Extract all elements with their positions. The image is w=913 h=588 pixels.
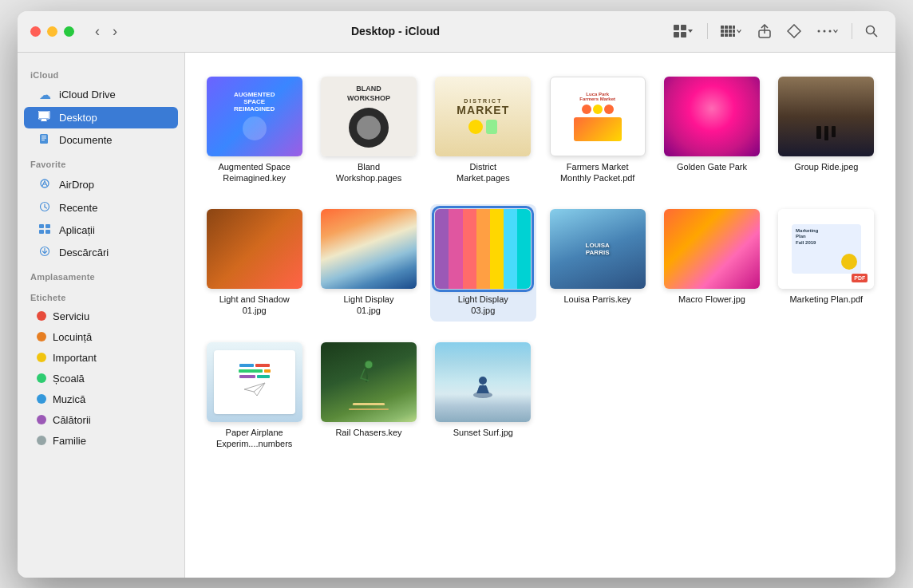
svg-point-19 bbox=[829, 30, 832, 33]
svg-rect-24 bbox=[42, 119, 46, 120]
sidebar-item-icloud-drive[interactable]: ☁ iCloud Drive bbox=[24, 84, 178, 106]
search-button[interactable] bbox=[860, 22, 883, 41]
sidebar-item-desktop[interactable]: Desktop bbox=[24, 107, 178, 128]
sidebar-item-scoala[interactable]: Școală bbox=[24, 369, 178, 389]
file-thumb-bland: BLANDWORKSHOP bbox=[321, 77, 417, 156]
file-item-groupride[interactable]: Group Ride.jpeg bbox=[773, 72, 879, 189]
sidebar-section-favorite: Favorite bbox=[18, 152, 184, 172]
file-item-paperairplane[interactable]: Paper AirplaneExperim....numbers bbox=[201, 337, 307, 455]
file-item-macroflower[interactable]: Macro Flower.jpg bbox=[658, 204, 765, 322]
file-thumb-goldengate bbox=[664, 77, 760, 156]
sidebar-item-locuinta[interactable]: Locuință bbox=[24, 327, 178, 347]
file-item-lightdisplay01[interactable]: Light Display01.jpg bbox=[315, 204, 421, 322]
svg-rect-7 bbox=[733, 26, 735, 29]
sidebar-item-label: Școală bbox=[53, 373, 85, 385]
svg-rect-1 bbox=[681, 25, 686, 30]
file-name: Light and Shadow01.jpg bbox=[219, 294, 290, 317]
file-name: Sunset Surf.jpg bbox=[453, 427, 513, 438]
separator2 bbox=[852, 23, 852, 39]
traffic-lights bbox=[30, 26, 74, 37]
aplicatii-icon bbox=[37, 223, 53, 237]
svg-rect-2 bbox=[674, 32, 679, 37]
svg-rect-13 bbox=[725, 34, 728, 37]
sidebar-item-important[interactable]: Important bbox=[24, 348, 178, 368]
file-item-district[interactable]: DISTRICT MARKET DistrictMarket.pages bbox=[430, 72, 536, 189]
sidebar-item-airdrop[interactable]: AirDrop bbox=[24, 173, 178, 196]
file-item-lightandshadow[interactable]: Light and Shadow01.jpg bbox=[201, 204, 307, 322]
svg-rect-28 bbox=[42, 137, 46, 138]
svg-rect-29 bbox=[42, 140, 45, 140]
sidebar: iCloud ☁ iCloud Drive Desktop bbox=[18, 53, 185, 578]
sidebar-item-label: Descărcări bbox=[59, 247, 109, 258]
recente-icon bbox=[37, 201, 53, 215]
sidebar-section-etichete: Etichete bbox=[18, 285, 184, 306]
file-name: Macro Flower.jpg bbox=[678, 294, 745, 305]
sidebar-item-serviciu[interactable]: Serviciu bbox=[24, 306, 178, 326]
svg-rect-38 bbox=[45, 230, 50, 234]
close-button[interactable] bbox=[30, 26, 41, 37]
sidebar-section-icloud: iCloud bbox=[18, 62, 184, 83]
toolbar-right bbox=[669, 21, 883, 41]
grid-view-button[interactable] bbox=[716, 22, 747, 40]
svg-line-34 bbox=[45, 207, 47, 208]
sidebar-item-label: Aplicații bbox=[59, 224, 95, 236]
sidebar-item-documente[interactable]: Documente bbox=[24, 129, 178, 151]
more-button[interactable] bbox=[812, 25, 844, 37]
important-dot bbox=[37, 353, 46, 362]
file-item-augmented[interactable]: AUGMENTEDSPACEREIMAGINED Augmented Space… bbox=[201, 72, 307, 189]
file-item-farmers[interactable]: Luca ParkFarmers Market Farmers MarketMo… bbox=[544, 72, 650, 189]
svg-rect-10 bbox=[729, 30, 732, 33]
sidebar-item-label: Serviciu bbox=[53, 310, 89, 322]
svg-rect-35 bbox=[39, 224, 44, 228]
file-item-bland[interactable]: BLANDWORKSHOP BlandWorkshop.pages bbox=[315, 72, 421, 189]
sidebar-item-familie[interactable]: Familie bbox=[24, 431, 178, 451]
sidebar-item-label: iCloud Drive bbox=[59, 89, 116, 101]
view-icon-button[interactable] bbox=[669, 22, 699, 41]
share-button[interactable] bbox=[753, 21, 776, 41]
minimize-button[interactable] bbox=[47, 26, 57, 37]
file-item-marketing[interactable]: MarketingPlanFall 2019 PDF Marketing Pla… bbox=[773, 204, 879, 322]
sidebar-item-muzica[interactable]: Muzică bbox=[24, 389, 178, 409]
svg-rect-4 bbox=[721, 26, 724, 29]
file-item-louisa[interactable]: LOUISAPARRIS Louisa Parris.key bbox=[544, 204, 650, 322]
sidebar-item-descarcari[interactable]: Descărcări bbox=[24, 242, 178, 263]
svg-line-21 bbox=[874, 34, 878, 37]
file-item-sunsetsurf[interactable]: Sunset Surf.jpg bbox=[430, 337, 536, 455]
sidebar-item-calatorii[interactable]: Călătorii bbox=[24, 410, 178, 430]
sidebar-item-label: Documente bbox=[59, 134, 112, 146]
maximize-button[interactable] bbox=[64, 26, 74, 37]
file-item-lightdisplay03[interactable]: Light Display03.jpg bbox=[430, 204, 536, 322]
sidebar-section-amplasamente: Amplasamente bbox=[18, 264, 184, 285]
file-thumb-paperairplane bbox=[207, 342, 302, 422]
file-name: Louisa Parris.key bbox=[563, 294, 630, 305]
sidebar-item-aplicatii[interactable]: Aplicații bbox=[24, 219, 178, 241]
file-name: Paper AirplaneExperim....numbers bbox=[216, 427, 292, 450]
familie-dot bbox=[37, 436, 46, 445]
file-name: Augmented SpaceReimagined.key bbox=[218, 161, 290, 184]
svg-point-17 bbox=[818, 30, 820, 33]
file-thumb-marketing: MarketingPlanFall 2019 PDF bbox=[778, 209, 874, 289]
tag-button[interactable] bbox=[782, 21, 806, 41]
svg-rect-5 bbox=[725, 26, 728, 29]
file-thumb-railchasers bbox=[321, 342, 417, 422]
file-name: Light Display01.jpg bbox=[344, 294, 394, 317]
file-item-goldengate[interactable]: Golden Gate Park bbox=[658, 72, 765, 189]
file-item-railchasers[interactable]: Rail Chasers.key bbox=[315, 337, 421, 455]
svg-point-41 bbox=[365, 361, 373, 369]
svg-point-18 bbox=[824, 30, 826, 33]
forward-button[interactable]: › bbox=[108, 22, 122, 40]
file-grid: AUGMENTEDSPACEREIMAGINED Augmented Space… bbox=[201, 72, 879, 455]
svg-rect-25 bbox=[41, 120, 47, 121]
separator bbox=[707, 23, 708, 39]
muzica-dot bbox=[37, 394, 46, 404]
file-thumb-augmented: AUGMENTEDSPACEREIMAGINED bbox=[207, 77, 302, 156]
back-button[interactable]: ‹ bbox=[90, 22, 105, 40]
icloud-drive-icon: ☁ bbox=[37, 88, 53, 102]
svg-point-20 bbox=[867, 26, 875, 34]
titlebar: ‹ › Desktop - iCloud bbox=[18, 11, 895, 53]
file-name: Farmers MarketMonthly Packet.pdf bbox=[560, 161, 635, 184]
svg-rect-14 bbox=[729, 34, 732, 37]
sidebar-item-label: Călătorii bbox=[53, 414, 91, 426]
descarcari-icon bbox=[37, 246, 53, 259]
sidebar-item-recente[interactable]: Recente bbox=[24, 197, 178, 219]
